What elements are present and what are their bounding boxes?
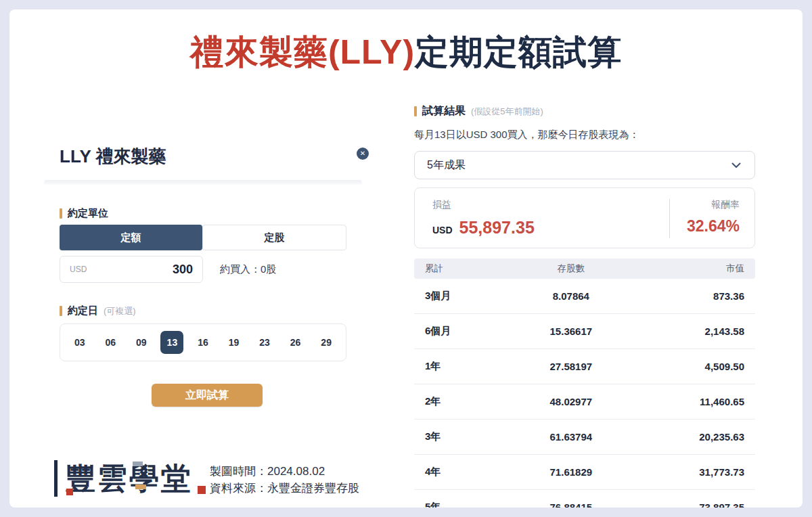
- cell-market-value: 11,460.65: [633, 396, 755, 407]
- chevron-down-icon: [730, 159, 742, 171]
- table-row: 3個月8.07864873.36: [414, 279, 755, 314]
- tab-fixed-amount-label: 定額: [121, 231, 141, 244]
- cell-period: 1年: [414, 360, 510, 373]
- close-icon: ✕: [360, 150, 365, 157]
- page-title: 禮來製藥(LLY)定期定額試算: [9, 30, 803, 75]
- page-frame: 禮來製藥(LLY)定期定額試算 LLY 禮來製藥 ✕ 約定單位 定額 定股 US…: [0, 0, 812, 517]
- cell-shares: 27.58197: [510, 361, 632, 372]
- profit-currency: USD: [432, 225, 453, 235]
- profit-value: 55,897.35: [459, 218, 535, 238]
- cell-market-value: 4,509.50: [633, 361, 755, 372]
- table-row: 1年27.581974,509.50: [414, 349, 755, 384]
- logo-accent: [133, 462, 143, 466]
- date-option[interactable]: 03: [68, 331, 91, 354]
- cell-period: 5年: [414, 501, 510, 508]
- stock-title: LLY 禮來製藥: [60, 145, 166, 168]
- date-option[interactable]: 06: [99, 331, 122, 354]
- logo-bar: [54, 460, 58, 497]
- data-source-label: 資料來源：: [210, 482, 267, 495]
- cell-shares: 8.07864: [510, 290, 632, 302]
- date-label-text: 約定日: [68, 305, 98, 317]
- profit-block: 損益 USD 55,897.35: [432, 199, 535, 238]
- tab-fixed-shares[interactable]: 定股: [202, 225, 346, 250]
- date-option[interactable]: 13: [160, 331, 183, 354]
- unit-tabs: 定額 定股: [60, 225, 346, 250]
- date-option[interactable]: 09: [130, 331, 153, 354]
- table-row: 6個月15.366172,143.58: [414, 314, 755, 349]
- logo-text: 豐雲學堂: [66, 459, 193, 499]
- tab-fixed-shares-label: 定股: [265, 231, 285, 244]
- cell-period: 2年: [414, 395, 510, 408]
- accent-bar-icon: [60, 306, 62, 316]
- period-dropdown-value: 5年成果: [427, 158, 466, 173]
- cell-period: 3年: [414, 430, 510, 443]
- return-block: 報酬率 32.64%: [687, 199, 740, 235]
- column-header-period: 累計: [414, 263, 510, 275]
- date-picker: 030609131619232629: [60, 323, 346, 361]
- results-hint: (假設從5年前開始): [471, 106, 543, 118]
- cell-shares: 48.02977: [510, 396, 632, 407]
- date-option[interactable]: 19: [223, 331, 246, 354]
- date-option[interactable]: 23: [253, 331, 276, 354]
- cell-period: 6個月: [414, 325, 510, 338]
- date-option[interactable]: 29: [315, 331, 338, 354]
- table-row: 5年76.8841573,897.35: [414, 490, 755, 508]
- amount-value: 300: [173, 263, 193, 277]
- accent-bar-icon: [60, 208, 62, 219]
- table-row: 2年48.0297711,460.65: [414, 384, 755, 420]
- calculate-button[interactable]: 立即試算: [152, 384, 263, 407]
- results-header: 試算結果 (假設從5年前開始): [414, 104, 543, 118]
- card-divider: [669, 199, 670, 238]
- cell-market-value: 873.36: [633, 290, 755, 302]
- content-canvas: 禮來製藥(LLY)定期定額試算 LLY 禮來製藥 ✕ 約定單位 定額 定股 US…: [9, 9, 803, 508]
- tab-fixed-amount[interactable]: 定額: [60, 225, 202, 250]
- amount-input[interactable]: USD 300: [60, 256, 203, 283]
- cell-market-value: 2,143.58: [633, 325, 755, 337]
- header-divider: [44, 180, 362, 185]
- close-button[interactable]: ✕: [357, 148, 369, 160]
- made-time-label: 製圖時間：: [210, 465, 267, 478]
- cell-market-value: 73,897.35: [633, 501, 755, 508]
- accent-bar-icon: [414, 106, 417, 116]
- cell-period: 4年: [414, 466, 510, 478]
- cell-market-value: 20,235.63: [633, 431, 755, 443]
- results-description: 每月13日以USD 300買入，那麼今日存股表現為：: [414, 129, 639, 141]
- cell-shares: 71.61829: [510, 466, 632, 478]
- date-option[interactable]: 26: [284, 331, 307, 354]
- cell-shares: 15.36617: [510, 325, 632, 337]
- table-row: 3年61.6379420,235.63: [414, 420, 755, 455]
- period-dropdown[interactable]: 5年成果: [414, 151, 755, 179]
- page-title-suffix: 定期定額試算: [415, 33, 622, 71]
- profit-card: 損益 USD 55,897.35 報酬率 32.64%: [414, 187, 755, 248]
- cell-shares: 76.88415: [510, 501, 632, 508]
- currency-label: USD: [70, 265, 87, 274]
- logo-accent: [198, 486, 206, 494]
- column-header-value: 市值: [633, 263, 755, 275]
- page-title-stock: 禮來製藥(LLY): [190, 33, 415, 71]
- date-option[interactable]: 16: [191, 331, 215, 354]
- cell-period: 3個月: [414, 290, 510, 302]
- stock-header: LLY 禮來製藥 ✕: [60, 143, 378, 173]
- data-source-value: 永豐金證券豐存股: [267, 482, 359, 495]
- made-time-value: 2024.08.02: [267, 465, 325, 478]
- date-label-hint: (可複選): [104, 305, 136, 317]
- logo-accent: [135, 485, 146, 489]
- unit-label-text: 約定單位: [68, 207, 108, 220]
- cell-shares: 61.63794: [510, 431, 632, 443]
- column-header-shares: 存股數: [510, 263, 632, 275]
- table-header-row: 累計 存股數 市值: [414, 258, 755, 279]
- profit-label: 損益: [432, 199, 535, 211]
- date-section-label: 約定日 (可複選): [60, 305, 136, 317]
- buy-hint: 約買入：0股: [220, 263, 276, 276]
- unit-section-label: 約定單位: [60, 207, 108, 220]
- return-value: 32.64%: [687, 217, 740, 235]
- footer-info: 製圖時間：2024.08.02 資料來源：永豐金證券豐存股: [210, 463, 359, 497]
- return-label: 報酬率: [687, 199, 740, 211]
- table-row: 4年71.6182931,773.73: [414, 455, 755, 490]
- results-table: 累計 存股數 市值 3個月8.07864873.366個月15.366172,1…: [414, 258, 755, 508]
- logo-accent: [66, 489, 73, 495]
- table-body: 3個月8.07864873.366個月15.366172,143.581年27.…: [414, 279, 755, 508]
- cell-market-value: 31,773.73: [633, 466, 755, 478]
- results-title: 試算結果: [422, 104, 466, 118]
